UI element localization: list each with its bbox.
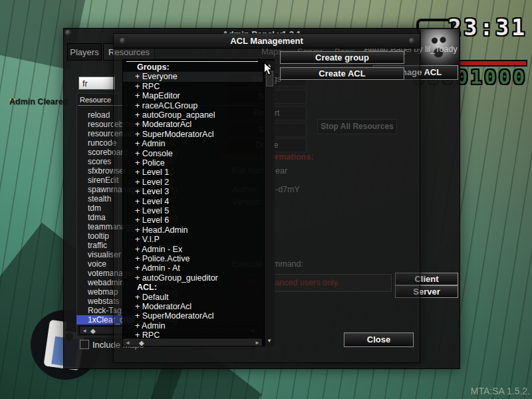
include-checkbox[interactable] — [80, 340, 89, 349]
dialog-title: ACL Management — [114, 36, 420, 46]
group-item[interactable]: + ModeratorAcl — [123, 120, 263, 129]
resource-name: traffic — [88, 241, 107, 250]
screw-icon — [120, 38, 126, 44]
group-item[interactable]: + MapEditor — [123, 91, 263, 100]
resource-name: stealth — [88, 194, 111, 203]
scroll-left-icon[interactable]: ◄ — [82, 328, 87, 334]
group-item[interactable]: + Police — [123, 158, 263, 168]
acl-tree-listbox[interactable]: Groups:+ Everyone+ RPC+ MapEditor+ raceA… — [122, 59, 275, 346]
group-item[interactable]: + Console — [123, 149, 263, 158]
group-item[interactable]: + SuperModeratorAcl — [123, 130, 263, 139]
group-item[interactable]: + Police.Active — [123, 254, 263, 263]
resource-column-header: Resource — [80, 96, 111, 104]
group-item[interactable]: + Head.Admin — [123, 225, 263, 235]
acl-management-dialog: ACL Management Create group Create ACL G… — [113, 33, 420, 363]
scroll-right-icon[interactable]: ► — [255, 340, 260, 346]
resource-name: tdm — [88, 203, 101, 213]
group-item[interactable]: + Level 4 — [123, 197, 263, 206]
search-input[interactable] — [78, 76, 115, 90]
close-button[interactable]: Close — [344, 332, 414, 347]
scroll-left-icon[interactable]: ◄ — [125, 340, 130, 346]
resource-name: scores — [88, 157, 111, 166]
group-item[interactable]: + Admin — [123, 139, 263, 148]
group-item[interactable]: + autoGroup_acpanel — [123, 110, 263, 120]
tab-players[interactable]: Players — [67, 43, 102, 61]
group-item[interactable]: + autoGroup_guieditor — [123, 273, 263, 283]
group-item[interactable]: + V.I.P — [123, 235, 263, 244]
group-item[interactable]: + Admin - At — [123, 263, 263, 273]
resource-name: tooltip — [88, 231, 109, 241]
group-item[interactable]: + Level 1 — [123, 168, 263, 177]
group-item[interactable]: + Everyone — [123, 72, 263, 81]
acl-vscrollbar[interactable]: ▲ ▼ — [264, 61, 275, 346]
scroll-down-icon[interactable]: ▼ — [267, 338, 272, 344]
resource-name: runcode — [88, 138, 116, 148]
group-item[interactable]: + RPC — [123, 82, 263, 91]
mta-version-text: MTA:SA 1.5.2. — [471, 386, 530, 396]
create-acl-button[interactable]: Create ACL — [280, 67, 404, 80]
chat-text: Admin Cleared — [9, 97, 68, 106]
acl-hscrollbar[interactable]: ◄ ◆ ► — [122, 338, 263, 346]
acl-item[interactable]: + SuperModeratorAcl — [123, 311, 263, 321]
acl-tree-rows: Groups:+ Everyone+ RPC+ MapEditor+ raceA… — [123, 63, 263, 344]
group-item[interactable]: + Level 2 — [123, 178, 263, 187]
scroll-thumb-icon[interactable]: ◆ — [90, 327, 96, 334]
resource-name: voice — [88, 259, 106, 269]
screen: 23:31 00001000 N ** Admin Cleared MTA:SA… — [0, 0, 532, 399]
list-separator — [126, 61, 258, 62]
create-group-button[interactable]: Create group — [280, 51, 404, 64]
tree-section-header: Groups: — [123, 63, 263, 72]
resource-name: tdma — [88, 213, 106, 222]
acl-item[interactable]: + ModeratorAcl — [123, 302, 263, 311]
scroll-thumb-icon[interactable]: ◆ — [139, 339, 144, 346]
acl-item[interactable]: + Default — [123, 293, 263, 302]
screw-icon — [409, 38, 415, 44]
group-item[interactable]: + Level 3 — [123, 187, 263, 196]
group-item[interactable]: + Level 5 — [123, 206, 263, 215]
group-item[interactable]: + Admin - Ex — [123, 245, 263, 254]
group-item[interactable]: + raceACLGroup — [123, 101, 263, 110]
tree-section-header: ACL: — [123, 283, 263, 292]
group-item[interactable]: + Level 6 — [123, 215, 263, 225]
acl-item[interactable]: + Admin — [123, 321, 263, 331]
resource-name: reload — [88, 110, 110, 120]
